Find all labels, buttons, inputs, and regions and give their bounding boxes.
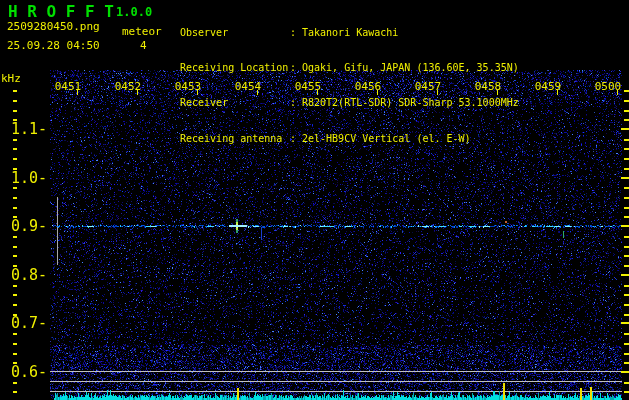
freq-unit-label: kHz <box>1 72 21 85</box>
station-value: 2el-HB9CV Vertical (el. E-W) <box>302 133 471 144</box>
time-tick-label: 0458 <box>468 80 508 93</box>
time-tick-label: 0453 <box>168 80 208 93</box>
hrofft-window: H R O F F T 1.0.0 2509280450.png meteor … <box>0 0 629 400</box>
timestamp: 25.09.28 04:50 <box>7 39 100 52</box>
station-info-row: Observer:Takanori Kawachi <box>180 27 519 39</box>
time-tick-label: 0452 <box>108 80 148 93</box>
station-label: Receiver <box>180 97 290 109</box>
freq-tick-label: 1.0- <box>0 171 47 185</box>
station-info-row: Receiving Location:Ogaki, Gifu, JAPAN (1… <box>180 62 519 74</box>
station-value: R820T2(RTL-SDR) SDR-Sharp 53.1000MHz <box>302 97 519 108</box>
meteor-count: 4 <box>140 39 147 52</box>
station-info-row: Receiving antenna:2el-HB9CV Vertical (el… <box>180 133 519 145</box>
station-label: Receiving antenna <box>180 133 290 145</box>
freq-tick-label: 0.8- <box>0 268 47 282</box>
station-label: Receiving Location <box>180 62 290 74</box>
station-label: Observer <box>180 27 290 39</box>
observation-mode: meteor <box>122 25 162 38</box>
freq-tick-label: 0.9- <box>0 219 47 233</box>
colon-separator: : <box>290 133 302 145</box>
colon-separator: : <box>290 27 302 39</box>
freq-tick-label: 0.7- <box>0 316 47 330</box>
output-filename: 2509280450.png <box>7 20 100 33</box>
app-title: H R O F F T <box>8 2 114 21</box>
time-tick-label: 0455 <box>288 80 328 93</box>
colon-separator: : <box>290 62 302 74</box>
time-tick-label: 0456 <box>348 80 388 93</box>
colon-separator: : <box>290 97 302 109</box>
freq-tick-label: 0.6- <box>0 365 47 379</box>
time-tick-label: 0454 <box>228 80 268 93</box>
time-tick-label: 0459 <box>528 80 568 93</box>
time-tick-label: 0500 <box>588 80 628 93</box>
station-value: Ogaki, Gifu, JAPAN (136.60E, 35.35N) <box>302 62 519 73</box>
time-tick-label: 0457 <box>408 80 448 93</box>
app-version: 1.0.0 <box>116 5 152 19</box>
station-value: Takanori Kawachi <box>302 27 398 38</box>
freq-tick-label: 1.1- <box>0 122 47 136</box>
station-info-row: Receiver:R820T2(RTL-SDR) SDR-Sharp 53.10… <box>180 97 519 109</box>
time-tick-label: 0451 <box>48 80 88 93</box>
